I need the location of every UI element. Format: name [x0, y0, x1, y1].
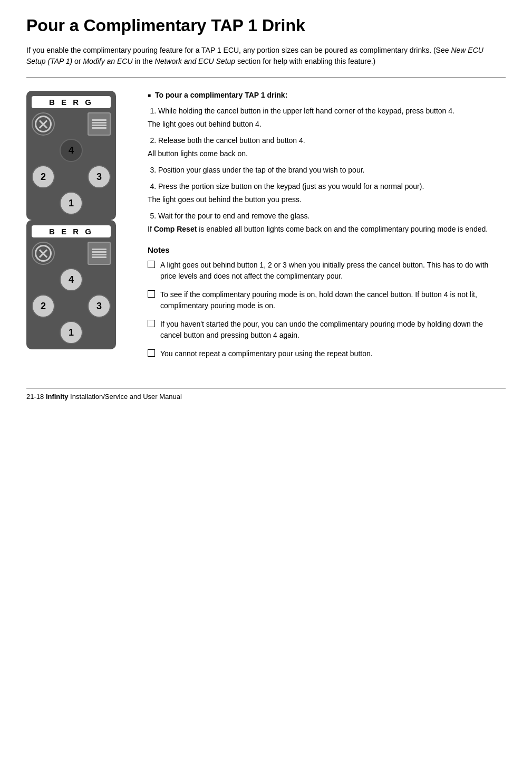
note-text-3: If you haven't started the pour, you can…: [160, 319, 506, 341]
keypad-brand-top: B E R G: [32, 96, 111, 108]
button-4-bottom: 4: [60, 268, 83, 291]
keypad-top: B E R G 4 2 3: [26, 91, 116, 220]
step-3: Position your glass under the tap of the…: [158, 165, 506, 176]
button-2-bottom: 2: [32, 294, 55, 318]
keypad-bot-last: 1: [32, 321, 111, 344]
step-5-text: Wait for the pour to end and remove the …: [158, 212, 309, 220]
step-2-sub: All button lights come back on.: [148, 148, 506, 159]
button-2-top: 2: [32, 165, 55, 188]
instructions-heading: To pour a complimentary TAP 1 drink:: [148, 91, 506, 99]
step-2-text: Release both the cancel button and butto…: [158, 136, 305, 145]
note-checkbox-3: [148, 320, 155, 327]
note-item-4: You cannot repeat a complimentary pour u…: [148, 348, 506, 359]
notes-section: Notes A light goes out behind button 1, …: [148, 245, 506, 359]
keypads-column: B E R G 4 2 3: [26, 91, 132, 367]
note-checkbox-4: [148, 349, 155, 357]
note-text-4: You cannot repeat a complimentary pour u…: [160, 348, 506, 359]
tap-icon-bottom: [88, 242, 111, 265]
keypad-row-1: [32, 112, 111, 136]
footer-brand: Infinity: [46, 393, 69, 401]
content-area: B E R G 4 2 3: [26, 91, 506, 367]
intro-paragraph: If you enable the complimentary pouring …: [26, 45, 501, 67]
button-1-bottom: 1: [60, 321, 83, 344]
keypad-row-4: 4: [32, 139, 111, 162]
instructions-column: To pour a complimentary TAP 1 drink: Whi…: [148, 91, 506, 367]
keypad-bot-row-1: [32, 242, 111, 265]
note-checkbox-1: [148, 261, 155, 268]
step-3-text: Position your glass under the tap of the…: [158, 166, 364, 174]
cancel-button-top: [32, 112, 55, 136]
step-1-sub: The light goes out behind button 4.: [148, 119, 506, 130]
step-4: Press the portion size button on the key…: [158, 181, 506, 205]
keypad-bot-row-23: 2 3: [32, 294, 111, 318]
cancel-icon-top: [35, 116, 52, 132]
note-item-1: A light goes out behind button 1, 2 or 3…: [148, 260, 506, 282]
cancel-icon-bottom: [35, 245, 52, 262]
button-1-top: 1: [60, 192, 83, 215]
note-item-3: If you haven't started the pour, you can…: [148, 319, 506, 341]
footer-page: 21-18: [26, 393, 44, 401]
keypad-bot-row-4: 4: [32, 268, 111, 291]
footer: 21-18 Infinity Installation/Service and …: [26, 388, 506, 401]
step-5-sub: If Comp Reset is enabled all button ligh…: [148, 224, 506, 235]
step-1: While holding the cancel button in the u…: [158, 106, 506, 130]
keypad-bottom: B E R G 4 2 3: [26, 220, 116, 349]
keypad-row-1b: 1: [32, 192, 111, 215]
step-1-text: While holding the cancel button in the u…: [158, 107, 454, 115]
note-text-1: A light goes out behind button 1, 2 or 3…: [160, 260, 506, 282]
button-3-top: 3: [88, 165, 111, 188]
step-4-text: Press the portion size button on the key…: [158, 182, 424, 190]
cancel-button-bottom: [32, 242, 55, 265]
steps-list: While holding the cancel button in the u…: [148, 106, 506, 235]
step-4-sub: The light goes out behind the button you…: [148, 194, 506, 205]
keypad-brand-bottom: B E R G: [32, 225, 111, 237]
keypad-row-23: 2 3: [32, 165, 111, 188]
note-text-2: To see if the complimentary pouring mode…: [160, 289, 506, 311]
notes-heading: Notes: [148, 245, 506, 254]
divider: [26, 78, 506, 78]
button-4-top: 4: [60, 139, 83, 162]
step-5: Wait for the pour to end and remove the …: [158, 211, 506, 235]
step-2: Release both the cancel button and butto…: [158, 135, 506, 159]
tap-icon-top: [88, 112, 111, 136]
button-3-bottom: 3: [88, 294, 111, 318]
page-title: Pour a Complimentary TAP 1 Drink: [26, 16, 506, 35]
note-checkbox-2: [148, 290, 155, 298]
footer-text: Installation/Service and User Manual: [70, 393, 182, 401]
note-item-2: To see if the complimentary pouring mode…: [148, 289, 506, 311]
